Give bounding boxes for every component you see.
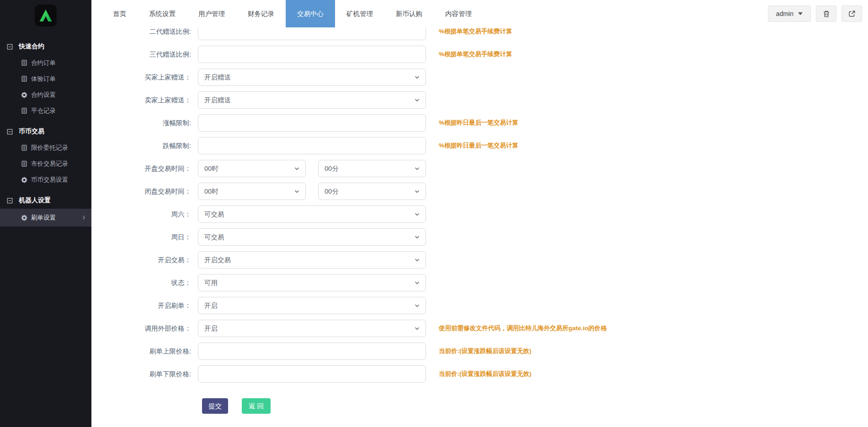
form-row: 涨幅限制:%根据昨日最后一笔交易计算 (91, 111, 868, 134)
sidebar-item-label: 合约设置 (31, 91, 56, 99)
field-hint: %根据昨日最后一笔交易计算 (439, 119, 518, 127)
chevron-down-icon (415, 76, 420, 79)
text-input[interactable] (198, 365, 426, 383)
text-input[interactable] (198, 137, 426, 154)
form-row: 闭盘交易时间：00时00分 (91, 180, 868, 203)
topbar-actions: admin (768, 5, 862, 22)
collapse-minus-icon (7, 129, 13, 135)
caret-down-icon (798, 12, 803, 15)
field-label: 刷单下限价格: (91, 370, 191, 379)
select-dropdown[interactable]: 可交易 (198, 206, 426, 223)
collapse-minus-icon (7, 198, 13, 204)
back-button[interactable]: 返回 (242, 398, 271, 414)
field-label: 开启刷单： (91, 301, 191, 310)
form-row: 开启刷单：开启 (91, 294, 868, 317)
field-label: 调用外部价格： (91, 324, 191, 333)
select-dropdown[interactable]: 可用 (198, 274, 426, 291)
field-label: 三代赠送比例: (91, 50, 191, 59)
nav-tab-2[interactable]: 用户管理 (187, 0, 236, 27)
form-row: 调用外部价格：开启使用前需修改文件代码，调用比特儿海外交易所gate.io的价格 (91, 317, 868, 340)
chevron-down-icon (415, 236, 420, 239)
form-row: 开盘交易时间：00时00分 (91, 157, 868, 180)
form-row: 周六：可交易 (91, 203, 868, 226)
field-label: 周日： (91, 233, 191, 242)
chevron-down-icon (415, 167, 420, 170)
field-label: 买家上家赠送： (91, 73, 191, 82)
select-dropdown[interactable]: 00分 (318, 183, 426, 200)
submit-button[interactable]: 提交 (202, 398, 228, 414)
sidebar-item[interactable]: 体验订单 (0, 71, 91, 87)
select-value: 开启 (204, 324, 218, 333)
sidebar-section: 快速合约合约订单体验订单合约设置平仓记录 (0, 38, 91, 119)
form-row: 刷单下限价格:当前价:(设置涨跌幅后该设置无效) (91, 363, 868, 385)
nav-tab-1[interactable]: 系统设置 (138, 0, 187, 27)
sidebar-item-label: 体验订单 (31, 75, 56, 83)
field-label: 涨幅限制: (91, 119, 191, 127)
form-row: 周日：可交易 (91, 226, 868, 248)
select-value: 开启 (204, 301, 218, 310)
sidebar-item[interactable]: 限价委托记录 (0, 140, 91, 156)
sidebar-section-title[interactable]: 币币交易 (0, 123, 91, 140)
admin-label: admin (776, 10, 793, 17)
app-logo-icon[interactable] (35, 5, 57, 26)
select-dropdown[interactable]: 00分 (318, 160, 426, 177)
list-icon (21, 59, 27, 66)
chevron-down-icon (294, 190, 299, 193)
field-label: 开盘交易时间： (91, 164, 191, 173)
sidebar-section-title[interactable]: 快速合约 (0, 38, 91, 55)
select-dropdown[interactable]: 开启赠送 (198, 69, 426, 86)
settings-form: 二代赠送比例:%根据单笔交易手续费计算三代赠送比例:%根据单笔交易手续费计算买家… (91, 20, 868, 385)
nav-tab-7[interactable]: 内容管理 (434, 0, 483, 27)
trash-icon (823, 10, 830, 18)
select-dropdown[interactable]: 开启 (198, 320, 426, 337)
form-row: 三代赠送比例:%根据单笔交易手续费计算 (91, 43, 868, 66)
sidebar-section-label: 快速合约 (19, 42, 44, 51)
sidebar-section-title[interactable]: 机器人设置 (0, 192, 91, 209)
sidebar-item[interactable]: 市价交易记录 (0, 156, 91, 172)
sidebar: 快速合约合约订单体验订单合约设置平仓记录币币交易限价委托记录市价交易记录币币交易… (0, 0, 91, 427)
select-dropdown[interactable]: 00时 (198, 183, 306, 200)
chevron-down-icon (415, 304, 420, 307)
chevron-down-icon (415, 213, 420, 216)
sidebar-item[interactable]: 合约设置 (0, 87, 91, 103)
sidebar-item[interactable]: 合约订单 (0, 55, 91, 71)
text-input[interactable] (198, 46, 426, 63)
text-input[interactable] (198, 343, 426, 360)
select-value: 00分 (325, 187, 339, 196)
admin-menu-button[interactable]: admin (768, 5, 811, 22)
sidebar-item-label: 市价交易记录 (31, 160, 68, 168)
select-dropdown[interactable]: 开启赠送 (198, 91, 426, 109)
select-dropdown[interactable]: 开启交易 (198, 251, 426, 269)
select-value: 开启赠送 (204, 96, 231, 105)
gear-icon (21, 92, 27, 98)
list-icon (21, 75, 27, 82)
field-label: 开启交易： (91, 256, 191, 264)
sidebar-item-label: 限价委托记录 (31, 144, 68, 152)
select-dropdown[interactable]: 开启 (198, 297, 426, 314)
select-dropdown[interactable]: 可交易 (198, 228, 426, 246)
select-dropdown[interactable]: 00时 (198, 160, 306, 177)
text-input[interactable] (198, 114, 426, 132)
sidebar-item[interactable]: 币币交易设置 (0, 172, 91, 188)
form-row: 状态：可用 (91, 271, 868, 294)
sidebar-section-label: 机器人设置 (19, 196, 51, 205)
select-value: 开启交易 (204, 256, 231, 264)
nav-tab-4[interactable]: 交易中心 (286, 0, 335, 27)
sidebar-item[interactable]: 刷单设置 (0, 209, 91, 227)
sidebar-section: 机器人设置刷单设置 (0, 192, 91, 227)
chevron-down-icon (415, 327, 420, 330)
nav-tab-5[interactable]: 矿机管理 (335, 0, 384, 27)
nav-tab-0[interactable]: 首页 (101, 0, 138, 27)
field-hint: %根据昨日最后一笔交易计算 (439, 142, 518, 150)
collapse-minus-icon (7, 44, 13, 50)
logout-icon (848, 10, 856, 17)
gear-icon (21, 177, 27, 183)
field-label: 周六： (91, 210, 191, 219)
logout-button[interactable] (841, 5, 862, 22)
nav-tab-3[interactable]: 财务记录 (236, 0, 286, 27)
sidebar-item-label: 刷单设置 (31, 214, 56, 222)
form-row: 刷单上限价格:当前价:(设置涨跌幅后该设置无效) (91, 340, 868, 363)
sidebar-item[interactable]: 平仓记录 (0, 103, 91, 119)
trash-button[interactable] (816, 5, 836, 22)
nav-tab-6[interactable]: 新币认购 (384, 0, 434, 27)
